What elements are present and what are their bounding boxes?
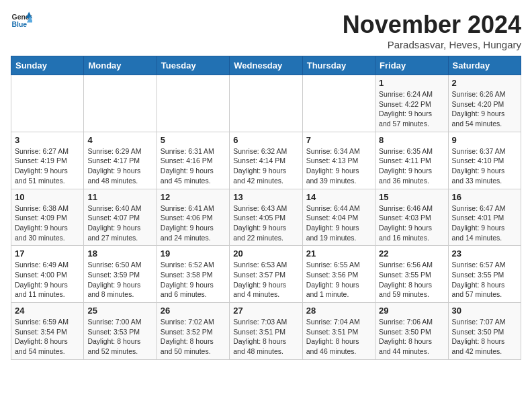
- day-info: Sunrise: 7:04 AM Sunset: 3:51 PM Dayligh…: [306, 317, 371, 357]
- calendar-cell: [157, 75, 229, 132]
- calendar-week-row: 24Sunrise: 6:59 AM Sunset: 3:54 PM Dayli…: [11, 303, 521, 360]
- calendar-cell: 23Sunrise: 6:57 AM Sunset: 3:55 PM Dayli…: [448, 246, 521, 303]
- calendar-cell: 11Sunrise: 6:40 AM Sunset: 4:07 PM Dayli…: [84, 189, 157, 246]
- weekday-header-cell: Friday: [375, 56, 448, 75]
- calendar-week-row: 10Sunrise: 6:38 AM Sunset: 4:09 PM Dayli…: [11, 189, 521, 246]
- day-number: 26: [161, 306, 226, 316]
- calendar-cell: 17Sunrise: 6:49 AM Sunset: 4:00 PM Dayli…: [11, 246, 84, 303]
- calendar-cell: 18Sunrise: 6:50 AM Sunset: 3:59 PM Dayli…: [84, 246, 157, 303]
- calendar-cell: [230, 75, 302, 132]
- day-number: 9: [452, 135, 517, 145]
- day-info: Sunrise: 6:44 AM Sunset: 4:04 PM Dayligh…: [306, 203, 371, 243]
- calendar-cell: 9Sunrise: 6:37 AM Sunset: 4:10 PM Daylig…: [448, 132, 521, 189]
- weekday-header-cell: Sunday: [11, 56, 84, 75]
- day-number: 16: [452, 192, 517, 202]
- day-info: Sunrise: 6:37 AM Sunset: 4:10 PM Dayligh…: [452, 146, 517, 186]
- day-info: Sunrise: 6:24 AM Sunset: 4:22 PM Dayligh…: [379, 89, 444, 129]
- day-number: 8: [379, 135, 444, 145]
- calendar-cell: 20Sunrise: 6:53 AM Sunset: 3:57 PM Dayli…: [230, 246, 302, 303]
- day-info: Sunrise: 7:02 AM Sunset: 3:52 PM Dayligh…: [161, 317, 226, 357]
- day-info: Sunrise: 6:52 AM Sunset: 3:58 PM Dayligh…: [161, 260, 226, 300]
- calendar-cell: [302, 75, 375, 132]
- calendar-cell: 28Sunrise: 7:04 AM Sunset: 3:51 PM Dayli…: [302, 303, 375, 360]
- day-number: 20: [233, 248, 298, 259]
- day-info: Sunrise: 6:57 AM Sunset: 3:55 PM Dayligh…: [452, 260, 517, 300]
- weekday-header-cell: Saturday: [448, 56, 521, 75]
- weekday-header-cell: Wednesday: [230, 56, 302, 75]
- day-info: Sunrise: 6:27 AM Sunset: 4:19 PM Dayligh…: [15, 146, 80, 186]
- day-info: Sunrise: 6:46 AM Sunset: 4:03 PM Dayligh…: [379, 203, 444, 243]
- day-number: 4: [87, 135, 152, 145]
- day-number: 21: [306, 248, 371, 259]
- day-number: 23: [452, 248, 517, 259]
- day-info: Sunrise: 6:47 AM Sunset: 4:01 PM Dayligh…: [452, 203, 517, 243]
- weekday-header-cell: Tuesday: [157, 56, 229, 75]
- calendar-cell: 2Sunrise: 6:26 AM Sunset: 4:20 PM Daylig…: [448, 75, 521, 132]
- calendar-cell: [11, 75, 84, 132]
- calendar-cell: 25Sunrise: 7:00 AM Sunset: 3:53 PM Dayli…: [84, 303, 157, 360]
- day-number: 7: [306, 135, 371, 145]
- calendar-cell: 15Sunrise: 6:46 AM Sunset: 4:03 PM Dayli…: [375, 189, 448, 246]
- day-number: 15: [379, 192, 444, 202]
- calendar-cell: [84, 75, 157, 132]
- calendar-cell: 8Sunrise: 6:35 AM Sunset: 4:11 PM Daylig…: [375, 132, 448, 189]
- day-info: Sunrise: 6:43 AM Sunset: 4:05 PM Dayligh…: [233, 203, 298, 243]
- day-info: Sunrise: 6:34 AM Sunset: 4:13 PM Dayligh…: [306, 146, 371, 186]
- calendar-body: 1Sunrise: 6:24 AM Sunset: 4:22 PM Daylig…: [11, 75, 521, 360]
- day-info: Sunrise: 6:41 AM Sunset: 4:06 PM Dayligh…: [161, 203, 226, 243]
- day-info: Sunrise: 6:55 AM Sunset: 3:56 PM Dayligh…: [306, 260, 371, 300]
- calendar-cell: 29Sunrise: 7:06 AM Sunset: 3:50 PM Dayli…: [375, 303, 448, 360]
- month-title: November 2024: [343, 11, 521, 39]
- day-number: 10: [15, 192, 80, 202]
- day-info: Sunrise: 6:26 AM Sunset: 4:20 PM Dayligh…: [452, 89, 517, 129]
- day-number: 28: [306, 306, 371, 316]
- day-info: Sunrise: 6:29 AM Sunset: 4:17 PM Dayligh…: [87, 146, 152, 186]
- day-number: 30: [452, 306, 517, 316]
- weekday-header-cell: Monday: [84, 56, 157, 75]
- calendar-cell: 10Sunrise: 6:38 AM Sunset: 4:09 PM Dayli…: [11, 189, 84, 246]
- day-info: Sunrise: 6:56 AM Sunset: 3:55 PM Dayligh…: [379, 260, 444, 300]
- day-info: Sunrise: 6:40 AM Sunset: 4:07 PM Dayligh…: [87, 203, 152, 243]
- day-number: 6: [233, 135, 298, 145]
- calendar-cell: 14Sunrise: 6:44 AM Sunset: 4:04 PM Dayli…: [302, 189, 375, 246]
- calendar-cell: 4Sunrise: 6:29 AM Sunset: 4:17 PM Daylig…: [84, 132, 157, 189]
- calendar-cell: 7Sunrise: 6:34 AM Sunset: 4:13 PM Daylig…: [302, 132, 375, 189]
- header: General Blue November 2024 Paradsasvar, …: [11, 11, 521, 50]
- calendar-cell: 24Sunrise: 6:59 AM Sunset: 3:54 PM Dayli…: [11, 303, 84, 360]
- day-info: Sunrise: 7:06 AM Sunset: 3:50 PM Dayligh…: [379, 317, 444, 357]
- day-number: 27: [233, 306, 298, 316]
- calendar-cell: 6Sunrise: 6:32 AM Sunset: 4:14 PM Daylig…: [230, 132, 302, 189]
- day-number: 3: [15, 135, 80, 145]
- calendar-week-row: 17Sunrise: 6:49 AM Sunset: 4:00 PM Dayli…: [11, 246, 521, 303]
- calendar-cell: 27Sunrise: 7:03 AM Sunset: 3:51 PM Dayli…: [230, 303, 302, 360]
- day-number: 5: [161, 135, 226, 145]
- day-number: 11: [87, 192, 152, 202]
- calendar-cell: 26Sunrise: 7:02 AM Sunset: 3:52 PM Dayli…: [157, 303, 229, 360]
- svg-text:Blue: Blue: [12, 21, 28, 28]
- day-info: Sunrise: 6:53 AM Sunset: 3:57 PM Dayligh…: [233, 260, 298, 300]
- day-number: 17: [15, 248, 80, 259]
- calendar-week-row: 3Sunrise: 6:27 AM Sunset: 4:19 PM Daylig…: [11, 132, 521, 189]
- day-number: 18: [87, 248, 152, 259]
- calendar-cell: 22Sunrise: 6:56 AM Sunset: 3:55 PM Dayli…: [375, 246, 448, 303]
- day-info: Sunrise: 6:59 AM Sunset: 3:54 PM Dayligh…: [15, 317, 80, 357]
- weekday-header-cell: Thursday: [302, 56, 375, 75]
- calendar-cell: 5Sunrise: 6:31 AM Sunset: 4:16 PM Daylig…: [157, 132, 229, 189]
- day-number: 14: [306, 192, 371, 202]
- calendar-cell: 16Sunrise: 6:47 AM Sunset: 4:01 PM Dayli…: [448, 189, 521, 246]
- calendar-table: SundayMondayTuesdayWednesdayThursdayFrid…: [11, 56, 521, 360]
- calendar-cell: 21Sunrise: 6:55 AM Sunset: 3:56 PM Dayli…: [302, 246, 375, 303]
- calendar-week-row: 1Sunrise: 6:24 AM Sunset: 4:22 PM Daylig…: [11, 75, 521, 132]
- day-number: 24: [15, 306, 80, 316]
- day-info: Sunrise: 6:35 AM Sunset: 4:11 PM Dayligh…: [379, 146, 444, 186]
- weekday-header-row: SundayMondayTuesdayWednesdayThursdayFrid…: [11, 56, 521, 75]
- day-number: 2: [452, 78, 517, 88]
- day-info: Sunrise: 6:32 AM Sunset: 4:14 PM Dayligh…: [233, 146, 298, 186]
- calendar-cell: 30Sunrise: 7:07 AM Sunset: 3:50 PM Dayli…: [448, 303, 521, 360]
- day-info: Sunrise: 6:49 AM Sunset: 4:00 PM Dayligh…: [15, 260, 80, 300]
- calendar-cell: 3Sunrise: 6:27 AM Sunset: 4:19 PM Daylig…: [11, 132, 84, 189]
- calendar-cell: 1Sunrise: 6:24 AM Sunset: 4:22 PM Daylig…: [375, 75, 448, 132]
- logo-icon: General Blue: [11, 11, 32, 30]
- calendar-cell: 13Sunrise: 6:43 AM Sunset: 4:05 PM Dayli…: [230, 189, 302, 246]
- day-number: 22: [379, 248, 444, 259]
